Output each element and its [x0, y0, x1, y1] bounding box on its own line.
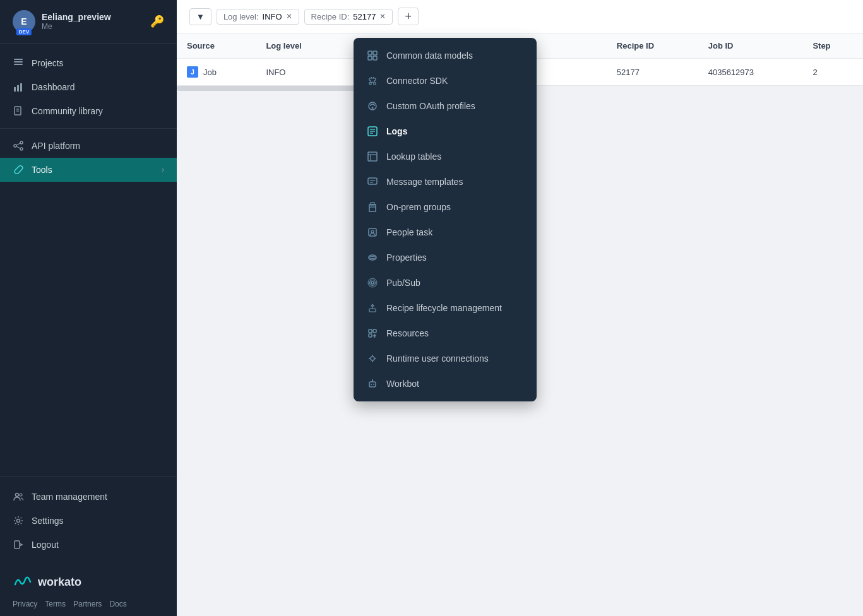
svg-point-51: [371, 384, 372, 385]
svg-rect-48: [369, 334, 372, 337]
nav-section: Projects Dashboard Community library API…: [0, 44, 177, 477]
dropdown-item-lookup-tables[interactable]: Lookup tables: [354, 144, 537, 169]
dropdown-item-lookup-tables-label: Lookup tables: [386, 151, 441, 162]
dropdown-item-recipe-lifecycle-label: Recipe lifecycle management: [386, 303, 502, 313]
dropdown-item-common-data-label: Common data models: [386, 50, 473, 61]
key-icon[interactable]: 🔑: [150, 15, 164, 28]
dropdown-item-message-templates-label: Message templates: [386, 177, 463, 187]
svg-rect-21: [373, 56, 377, 60]
pubsub-icon: [366, 276, 379, 289]
log-level-filter: Log level: INFO ✕: [217, 9, 299, 25]
footer-privacy[interactable]: Privacy: [13, 600, 37, 608]
sidebar-item-team[interactable]: Team management: [0, 485, 177, 509]
dropdown-item-message-templates[interactable]: Message templates: [354, 169, 537, 194]
log-level-label: Log level:: [223, 12, 259, 21]
svg-point-15: [20, 494, 22, 496]
svg-point-40: [369, 257, 376, 259]
recipe-id-close[interactable]: ✕: [379, 12, 386, 21]
filter-dropdown-button[interactable]: ▼: [189, 8, 211, 25]
properties-icon: [366, 251, 379, 264]
user-section: E DEV Eeliang_preview Me 🔑: [0, 0, 177, 44]
footer-partners[interactable]: Partners: [73, 600, 102, 608]
job-icon: J: [187, 66, 198, 78]
sidebar-item-community[interactable]: Community library: [0, 99, 177, 123]
sidebar-item-projects-label: Projects: [32, 58, 64, 68]
logs-icon: [366, 125, 379, 138]
add-filter-button[interactable]: +: [398, 8, 419, 25]
sidebar-item-logout[interactable]: Logout: [0, 533, 177, 557]
workato-logo: workato: [0, 564, 177, 600]
svg-point-38: [371, 230, 374, 233]
dropdown-item-custom-oauth[interactable]: Custom OAuth profiles: [354, 93, 537, 119]
sidebar-item-settings[interactable]: Settings: [0, 509, 177, 533]
resources-icon: [366, 327, 379, 340]
svg-rect-47: [373, 329, 376, 333]
footer-terms[interactable]: Terms: [45, 600, 66, 608]
user-role: Me: [42, 22, 111, 31]
sidebar-item-community-label: Community library: [32, 106, 103, 116]
svg-rect-19: [373, 51, 377, 55]
svg-rect-46: [369, 329, 372, 333]
dropdown-item-pubsub[interactable]: Pub/Sub: [354, 270, 537, 295]
footer-links: Privacy Terms Partners Docs: [0, 600, 177, 616]
dropdown-item-on-prem[interactable]: On-prem groups: [354, 194, 537, 220]
sidebar-item-team-label: Team management: [32, 492, 107, 502]
dropdown-item-resources-label: Resources: [386, 328, 429, 338]
sidebar-item-tools[interactable]: Tools ›: [0, 158, 177, 182]
dropdown-item-common-data[interactable]: Common data models: [354, 43, 537, 68]
footer-docs[interactable]: Docs: [109, 600, 126, 608]
recipe-id-value: 52177: [353, 12, 376, 21]
lifecycle-icon: [366, 302, 379, 314]
runtime-icon: [366, 352, 379, 365]
svg-rect-4: [17, 85, 19, 92]
sidebar-item-api-label: API platform: [32, 141, 80, 151]
bar-chart-icon: [13, 81, 24, 93]
svg-rect-17: [15, 541, 20, 548]
cell-log-level: INFO: [256, 59, 344, 86]
oauth-icon: [366, 100, 379, 112]
sidebar-item-dashboard[interactable]: Dashboard: [0, 75, 177, 99]
table-icon: [366, 150, 379, 163]
source-label: Job: [203, 68, 217, 77]
dropdown-item-logs-label: Logs: [386, 126, 407, 136]
dev-badge: DEV: [16, 28, 32, 35]
svg-point-42: [370, 280, 376, 286]
puzzle-icon: [366, 74, 379, 87]
svg-point-23: [372, 107, 374, 109]
dropdown-item-recipe-lifecycle[interactable]: Recipe lifecycle management: [354, 295, 537, 321]
workato-logo-icon: [13, 574, 33, 589]
dropdown-item-resources[interactable]: Resources: [354, 321, 537, 346]
svg-line-13: [16, 146, 20, 148]
recipe-id-label: Recipe ID:: [311, 12, 350, 21]
gear-icon: [13, 515, 24, 526]
dropdown-item-runtime-connections[interactable]: Runtime user connections: [354, 346, 537, 371]
building-icon: [366, 201, 379, 213]
dropdown-item-connector-sdk[interactable]: Connector SDK: [354, 68, 537, 93]
sidebar-item-api[interactable]: API platform: [0, 134, 177, 158]
user-info: E DEV Eeliang_preview Me: [13, 10, 111, 33]
dropdown-item-people-task-label: People task: [386, 227, 432, 237]
book-icon: [13, 105, 24, 117]
svg-rect-28: [368, 152, 377, 161]
dropdown-item-people-task[interactable]: People task: [354, 220, 537, 245]
grid-icon: [366, 49, 379, 62]
avatar: E DEV: [13, 10, 35, 33]
cell-job-id: 4035612973: [698, 59, 803, 86]
log-level-close[interactable]: ✕: [286, 12, 292, 21]
toolbar: ▼ Log level: INFO ✕ Recipe ID: 52177 ✕ +: [177, 0, 863, 33]
svg-rect-44: [369, 309, 376, 312]
svg-rect-31: [368, 178, 377, 184]
sidebar-item-projects[interactable]: Projects: [0, 51, 177, 75]
layers-icon: [13, 57, 24, 69]
workbot-icon: [366, 377, 379, 390]
sidebar: E DEV Eeliang_preview Me 🔑 Projects Dash…: [0, 0, 177, 616]
dropdown-item-workbot[interactable]: Workbot: [354, 371, 537, 396]
user-name: Eeliang_preview: [42, 12, 111, 22]
svg-rect-20: [368, 56, 372, 60]
dropdown-item-logs[interactable]: Logs: [354, 119, 537, 144]
svg-rect-18: [368, 51, 372, 55]
dropdown-item-properties[interactable]: Properties: [354, 245, 537, 270]
dropdown-item-runtime-connections-label: Runtime user connections: [386, 353, 489, 364]
door-icon: [13, 539, 24, 550]
svg-point-11: [20, 148, 23, 150]
